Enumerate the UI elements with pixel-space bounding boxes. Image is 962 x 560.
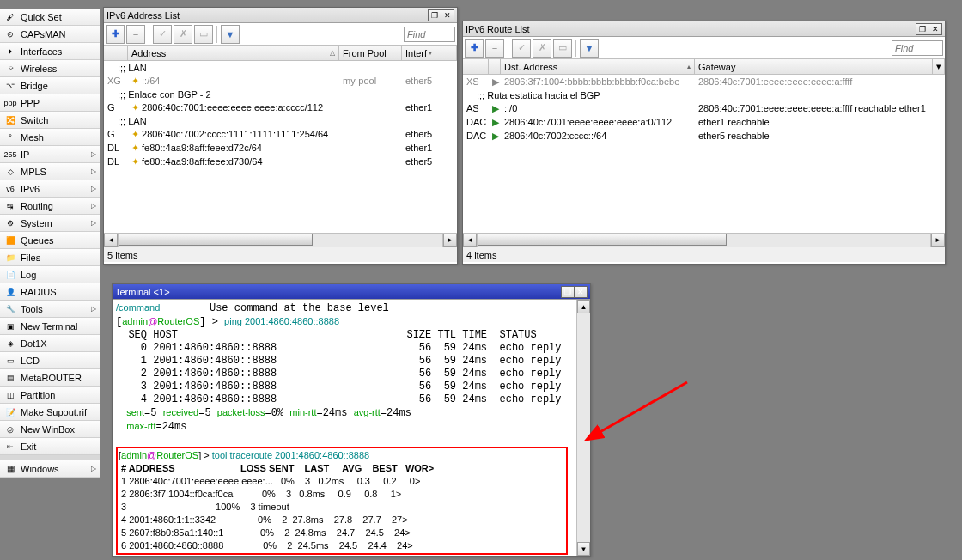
disable-button[interactable]: ✗ xyxy=(533,39,551,58)
sidebar-item-ip[interactable]: 255IP▷ xyxy=(0,146,100,163)
disable-button[interactable]: ✗ xyxy=(174,25,192,44)
address-row[interactable]: G✦ 2806:40c:7002:cccc:1111:1111:1111:254… xyxy=(104,127,457,141)
route-row[interactable]: AS▶::/02806:40c:7001:eeee:eeee:eeee:a:ff… xyxy=(463,101,945,115)
h-scrollbar[interactable]: ◄► xyxy=(463,233,945,247)
sidebar-item-metarouter[interactable]: ▤MetaROUTER xyxy=(0,369,100,387)
sidebar-item-files[interactable]: 📁Files xyxy=(0,249,100,266)
menu-icon: 🖋 xyxy=(3,10,17,24)
add-button[interactable]: ✚ xyxy=(106,25,125,44)
terminal-output[interactable]: /command Use command at the base level [… xyxy=(113,300,576,556)
menu-icon: v6 xyxy=(3,182,17,196)
route-icon: ▶ xyxy=(489,103,501,114)
address-row[interactable]: DL✦ fe80::4aa9:8aff:feee:d730/64ether5 xyxy=(104,155,457,168)
flags: DAC xyxy=(463,131,489,141)
sidebar-item-radius[interactable]: 👤RADIUS xyxy=(0,283,100,301)
menu-icon: ° xyxy=(3,131,17,144)
sidebar-item-log[interactable]: 📄Log xyxy=(0,266,100,283)
route-grid[interactable]: XS▶2806:3f7:1004:bbbb:bbbb:bbbb:f0ca:beb… xyxy=(463,75,945,233)
sidebar-item-windows[interactable]: ▦Windows▷ xyxy=(0,460,100,478)
sidebar-item-wireless[interactable]: ⌔Wireless xyxy=(0,60,100,77)
ipv6-route-list-window: IPv6 Route List ❐ ✕ ✚ − ✓ ✗ ▭ ▼ Dst. Add… xyxy=(462,21,946,265)
col-menu[interactable]: ▾ xyxy=(933,59,945,74)
col-interface[interactable]: Interf▾ xyxy=(402,46,457,60)
filter-button[interactable]: ▼ xyxy=(221,25,240,44)
h-scrollbar[interactable]: ◄► xyxy=(104,233,457,247)
sidebar-item-mpls[interactable]: ◇MPLS▷ xyxy=(0,163,100,180)
toolbar: ✚ − ✓ ✗ ▭ ▼ xyxy=(104,23,457,46)
sidebar-item-dot1x[interactable]: ◈Dot1X xyxy=(0,335,100,352)
add-button[interactable]: ✚ xyxy=(465,39,484,58)
sidebar-item-make-supout.rif[interactable]: 📝Make Supout.rif xyxy=(0,404,100,421)
restore-icon[interactable]: ❐ xyxy=(428,9,441,21)
remove-button[interactable]: − xyxy=(485,39,504,58)
menu-icon: ⊙ xyxy=(3,27,17,41)
restore-icon[interactable]: ❐ xyxy=(561,286,575,298)
interface: ether5 xyxy=(402,76,457,86)
remove-button[interactable]: − xyxy=(126,25,145,44)
menu-icon: ⇤ xyxy=(3,440,17,453)
sidebar-item-new-winbox[interactable]: ◎New WinBox xyxy=(0,421,100,438)
sidebar-item-switch[interactable]: 🔀Switch xyxy=(0,112,100,129)
dst-address: 2806:3f7:1004:bbbb:bbbb:bbbb:f0ca:bebe xyxy=(501,76,695,87)
sidebar-item-interfaces[interactable]: 🞂Interfaces xyxy=(0,43,100,60)
col-from-pool[interactable]: From Pool xyxy=(339,46,402,60)
sidebar-item-partition[interactable]: ◫Partition xyxy=(0,387,100,404)
sidebar-item-tools[interactable]: 🔧Tools▷ xyxy=(0,301,100,318)
address-row[interactable]: DL✦ fe80::4aa9:8aff:feee:d72c/64ether1 xyxy=(104,141,457,155)
sidebar-item-lcd[interactable]: ▭LCD xyxy=(0,352,100,369)
menu-icon: 🞂 xyxy=(3,45,17,58)
menu-icon: 📁 xyxy=(3,251,17,265)
enable-button[interactable]: ✓ xyxy=(153,25,172,44)
menu-label: Quick Set xyxy=(21,12,62,22)
menu-icon: ◈ xyxy=(3,337,17,350)
col-dst[interactable]: Dst. Address▴ xyxy=(501,59,695,74)
route-row[interactable]: XS▶2806:3f7:1004:bbbb:bbbb:bbbb:f0ca:beb… xyxy=(463,75,945,88)
address-row[interactable]: XG✦ ::/64my-poolether5 xyxy=(104,74,457,88)
flags: XG xyxy=(104,76,128,86)
menu-label: Tools xyxy=(21,304,43,314)
menu-icon: ↹ xyxy=(3,199,17,213)
sidebar-item-new-terminal[interactable]: ▣New Terminal xyxy=(0,318,100,335)
menu-label: Switch xyxy=(21,115,48,125)
sidebar-item-mesh[interactable]: °Mesh xyxy=(0,129,100,146)
v-scrollbar[interactable]: ▲▼ xyxy=(576,300,590,556)
flags: DAC xyxy=(463,117,489,127)
gateway: 2806:40c:7001:eeee:eeee:eeee:a:ffff reac… xyxy=(695,103,945,113)
close-icon[interactable]: ✕ xyxy=(441,9,454,21)
titlebar[interactable]: IPv6 Route List ❐ ✕ xyxy=(463,21,945,37)
comment-button[interactable]: ▭ xyxy=(553,39,572,58)
restore-icon[interactable]: ❐ xyxy=(916,23,929,35)
titlebar[interactable]: Terminal <1> ❐ ✕ xyxy=(113,284,590,300)
sidebar-item-ppp[interactable]: pppPPP xyxy=(0,94,100,112)
sidebar: 🖋Quick Set⊙CAPsMAN🞂Interfaces⌔Wireless⌥B… xyxy=(0,9,100,478)
filter-button[interactable]: ▼ xyxy=(580,39,599,58)
route-row[interactable]: DAC▶2806:40c:7002:cccc::/64ether5 reacha… xyxy=(463,129,945,143)
col-gateway[interactable]: Gateway xyxy=(695,59,933,74)
menu-label: IP xyxy=(21,149,29,160)
sidebar-item-ipv6[interactable]: v6IPv6▷ xyxy=(0,180,100,198)
menu-icon: ⌔ xyxy=(3,62,17,76)
close-icon[interactable]: ✕ xyxy=(574,286,588,298)
address-grid[interactable]: ;;; LANXG✦ ::/64my-poolether5;;; Enlace … xyxy=(104,61,457,233)
route-row[interactable]: DAC▶2806:40c:7001:eeee:eeee:eeee:a:0/112… xyxy=(463,115,945,129)
sidebar-item-exit[interactable]: ⇤Exit xyxy=(0,438,100,455)
sidebar-item-bridge[interactable]: ⌥Bridge xyxy=(0,77,100,94)
submenu-arrow-icon: ▷ xyxy=(91,219,96,227)
sidebar-item-queues[interactable]: 🟧Queues xyxy=(0,232,100,249)
sidebar-item-system[interactable]: ⚙System▷ xyxy=(0,215,100,232)
sidebar-item-capsman[interactable]: ⊙CAPsMAN xyxy=(0,26,100,43)
address-row[interactable]: G✦ 2806:40c:7001:eeee:eeee:eeee:a:cccc/1… xyxy=(104,100,457,114)
comment-button[interactable]: ▭ xyxy=(194,25,213,44)
titlebar[interactable]: IPv6 Address List ❐ ✕ xyxy=(104,8,457,23)
find-input[interactable] xyxy=(892,40,943,56)
col-address[interactable]: Address△ xyxy=(128,46,339,60)
address: ✦ fe80::4aa9:8aff:feee:d72c/64 xyxy=(128,143,339,154)
comment-row: ;;; Ruta estatica hacia el BGP xyxy=(463,88,945,101)
dst-address: 2806:40c:7001:eeee:eeee:eeee:a:0/112 xyxy=(501,117,695,127)
sidebar-item-quick-set[interactable]: 🖋Quick Set xyxy=(0,9,100,26)
find-input[interactable] xyxy=(404,27,455,42)
enable-button[interactable]: ✓ xyxy=(512,39,531,58)
sidebar-item-routing[interactable]: ↹Routing▷ xyxy=(0,198,100,215)
gateway: ether1 reachable xyxy=(695,117,945,127)
close-icon[interactable]: ✕ xyxy=(929,23,942,35)
